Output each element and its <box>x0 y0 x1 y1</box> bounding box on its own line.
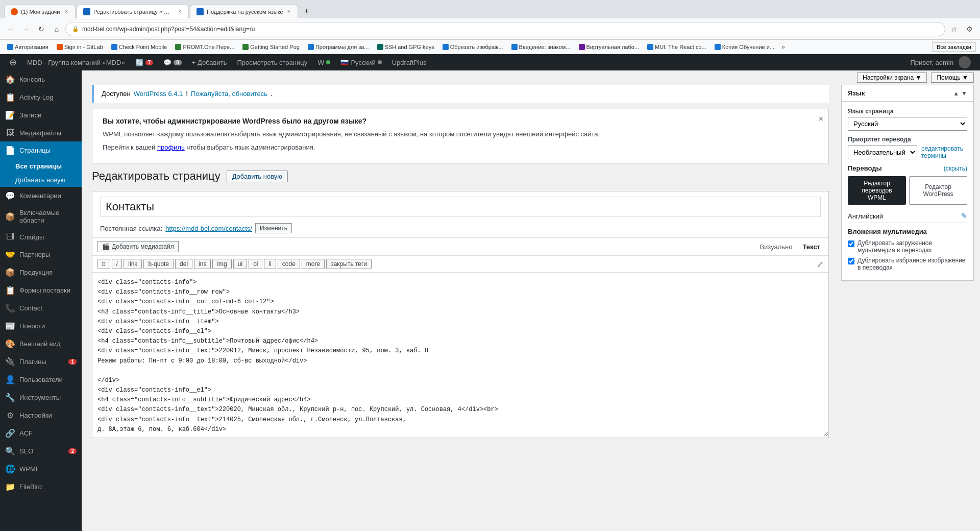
fmt-code[interactable]: code <box>278 259 300 269</box>
update-link[interactable]: Пожалуйста, обновитесь <box>191 90 267 98</box>
updraft-item[interactable]: UpdraftPlus <box>387 54 432 70</box>
sidebar-item-settings[interactable]: ⚙ Настройки <box>0 406 82 424</box>
bookmark-checkpoint[interactable]: Check Point Mobile <box>108 43 170 51</box>
fmt-img[interactable]: img <box>212 259 231 269</box>
sidebar-item-users[interactable]: 👤 Пользователи <box>0 371 82 389</box>
add-new-item[interactable]: + Добавить <box>187 54 232 70</box>
sidebar-item-tools[interactable]: 🔧 Инструменты <box>0 389 82 406</box>
fmt-ol[interactable]: ol <box>249 259 262 269</box>
sidebar-item-includes[interactable]: 📦 Включаемые области <box>0 205 82 228</box>
trans-btn-wpml[interactable]: Редактор переводов WPML <box>848 176 906 205</box>
sidebar-item-seo[interactable]: 🔍 SEO 2 <box>0 442 82 460</box>
reload-btn[interactable]: ↻ <box>35 22 48 36</box>
sidebar-item-activity-log[interactable]: 📋 Activity Log <box>0 88 82 106</box>
forward-btn[interactable]: → <box>19 22 33 36</box>
tab2-close[interactable]: × <box>177 9 182 14</box>
sidebar-item-plugins[interactable]: 🔌 Плагины 1 <box>0 353 82 371</box>
bookmark-copy[interactable]: Копия Обучение и... <box>712 43 777 51</box>
comments-item[interactable]: 💬 0 <box>158 54 187 70</box>
wpml-bar-item[interactable]: W <box>312 54 335 70</box>
priority-select[interactable]: Необязательный <box>848 146 917 159</box>
fmt-li[interactable]: li <box>264 259 276 269</box>
browser-tab-2[interactable]: Редактировать страницу « MD... × <box>77 4 189 18</box>
tab1-close[interactable]: × <box>64 9 69 14</box>
sidebar-item-filebird[interactable]: 📁 FileBird <box>0 478 82 496</box>
sidebar-item-media[interactable]: 🖼 Медиафайлы <box>0 124 82 141</box>
sidebar-item-products[interactable]: 📦 Продукция <box>0 263 82 281</box>
duplicate-featured-checkbox[interactable] <box>848 258 854 264</box>
lang-switcher[interactable]: 🇷🇺 Русский <box>335 54 386 70</box>
sidebar-item-appearance[interactable]: 🎨 Внешний вид <box>0 335 82 353</box>
all-bookmarks[interactable]: Все закладки <box>932 42 976 52</box>
greeting-item[interactable]: Привет, admin <box>905 54 976 70</box>
fmt-link[interactable]: link <box>124 259 142 269</box>
submenu-add-page[interactable]: Добавить новую <box>0 173 82 187</box>
lang-collapse-up[interactable]: ▲ <box>953 90 959 97</box>
post-title-input[interactable] <box>100 197 821 217</box>
text-btn[interactable]: Текст <box>800 242 823 252</box>
fmt-del[interactable]: del <box>175 259 192 269</box>
sidebar-item-contact[interactable]: 📞 Contact <box>0 299 82 317</box>
add-media-btn[interactable]: 🎬 Добавить медиафайл <box>97 241 179 252</box>
sidebar-item-partners[interactable]: 🤝 Партнеры <box>0 246 82 263</box>
permalink-change-btn[interactable]: Изменить <box>255 223 292 233</box>
duplicate-media-checkbox[interactable] <box>848 240 854 247</box>
new-tab-btn[interactable]: + <box>299 4 314 18</box>
view-page-item[interactable]: Просмотреть страницу <box>232 54 312 70</box>
bookmark-btn[interactable]: ☆ <box>947 22 961 36</box>
sidebar-item-comments[interactable]: 💬 Комментарии <box>0 187 82 205</box>
edit-terms-link[interactable]: редактировать термины <box>921 145 967 159</box>
back-btn[interactable]: ← <box>4 22 17 36</box>
browser-tab-3[interactable]: Поддержка на русском языке × <box>190 4 298 18</box>
screen-options-btn[interactable]: Настройки экрана ▼ <box>857 73 927 83</box>
browser-tab-1[interactable]: (1) Мои задачи × <box>4 4 76 18</box>
sidebar-item-forms[interactable]: 📋 Формы поставки <box>0 281 82 299</box>
sidebar-item-posts[interactable]: 📝 Записи <box>0 106 82 124</box>
sidebar-item-console[interactable]: 🏠 Консоль <box>0 70 82 88</box>
address-bar[interactable]: 🔒 mdd-bel.com/wp-admin/post.php?post=54&… <box>65 22 945 36</box>
site-name-item[interactable]: MDD - Группа компаний «MDD» <box>22 54 130 70</box>
fmt-close-tags[interactable]: закрыть теги <box>326 259 372 269</box>
bookmark-avtorizacia[interactable]: Авторизация <box>4 43 52 51</box>
trans-btn-wordpress[interactable]: Редактор WordPress <box>909 176 967 205</box>
permalink-url[interactable]: https://mdd-bel.com/contacts/ <box>165 225 252 232</box>
bookmark-virtual[interactable]: Виртуальная лабо... <box>576 43 643 51</box>
fmt-more[interactable]: more <box>302 259 325 269</box>
more-bookmarks[interactable]: » <box>781 43 785 51</box>
lang-collapse-down[interactable]: ▼ <box>961 90 967 97</box>
tab3-close[interactable]: × <box>286 9 291 14</box>
sidebar-item-acf[interactable]: 🔗 ACF <box>0 424 82 442</box>
wp-version-link[interactable]: WordPress 6.4.1 <box>134 90 183 98</box>
sidebar-item-pages[interactable]: 📄 Страницы <box>0 141 82 159</box>
bookmark-pug[interactable]: Getting Started Pug <box>239 43 303 51</box>
sidebar-item-slides[interactable]: 🎞 Слайды <box>0 228 82 246</box>
fullscreen-btn[interactable]: ⤢ <box>817 259 823 269</box>
fmt-bold[interactable]: b <box>97 259 110 269</box>
code-editor[interactable]: <div class="contacts-info"> <div class="… <box>92 273 828 436</box>
submenu-all-pages[interactable]: Все страницы <box>0 159 82 173</box>
bookmark-ssh[interactable]: SSH and GPG keys <box>374 43 437 51</box>
extensions-btn[interactable]: ⚙ <box>963 22 976 36</box>
wp-logo[interactable]: ⊕ <box>4 54 22 70</box>
add-new-page-btn[interactable]: Добавить новую <box>227 171 288 182</box>
help-btn[interactable]: Помощь ▼ <box>931 73 974 83</box>
wpml-profile-link[interactable]: профиль <box>157 143 185 151</box>
sidebar-item-wpml[interactable]: 🌐 WPML <box>0 460 82 478</box>
updates-item[interactable]: 🔄 7 <box>130 54 159 70</box>
fmt-italic[interactable]: i <box>112 259 122 269</box>
fmt-ul[interactable]: ul <box>233 259 247 269</box>
visual-btn[interactable]: Визуально <box>756 242 795 252</box>
fmt-ins[interactable]: ins <box>194 259 211 269</box>
bookmark-mui[interactable]: MUI: The React co... <box>644 43 709 51</box>
bookmark-programs[interactable]: Программы для за... <box>305 43 372 51</box>
bookmark-intro[interactable]: Введение: знаком... <box>508 43 574 51</box>
lang-select[interactable]: Русский <box>848 117 967 131</box>
sidebar-item-news[interactable]: 📰 Новости <box>0 317 82 335</box>
bookmark-crop[interactable]: Обрезать изображ... <box>439 43 506 51</box>
wpml-notice-close[interactable]: × <box>819 114 823 124</box>
bookmark-promt[interactable]: PROMT.One Пере... <box>172 43 237 51</box>
lang-edit-icon[interactable]: ✎ <box>961 212 967 220</box>
fmt-bquote[interactable]: b-quote <box>143 259 174 269</box>
hide-link[interactable]: (скрыть) <box>944 165 967 172</box>
home-btn[interactable]: ⌂ <box>50 22 63 36</box>
